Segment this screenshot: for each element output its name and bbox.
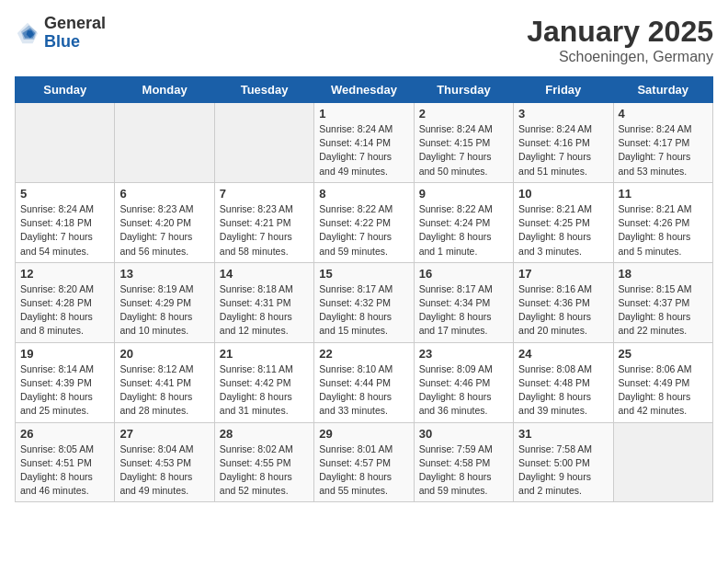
calendar-cell: 1Sunrise: 8:24 AM Sunset: 4:14 PM Daylig… xyxy=(314,103,414,183)
month-title: January 2025 xyxy=(527,15,713,49)
weekday-header: Friday xyxy=(514,77,613,103)
calendar-cell: 23Sunrise: 8:09 AM Sunset: 4:46 PM Dayli… xyxy=(414,342,513,422)
calendar-cell: 24Sunrise: 8:08 AM Sunset: 4:48 PM Dayli… xyxy=(514,342,613,422)
day-number: 3 xyxy=(518,107,608,121)
day-info: Sunrise: 8:09 AM Sunset: 4:46 PM Dayligh… xyxy=(419,362,508,419)
location-title: Schoeningen, Germany xyxy=(527,49,713,65)
day-number: 1 xyxy=(319,107,408,121)
day-number: 14 xyxy=(220,267,309,281)
weekday-header: Thursday xyxy=(414,77,513,103)
calendar-cell xyxy=(115,103,214,183)
weekday-header: Saturday xyxy=(613,77,712,103)
day-info: Sunrise: 8:24 AM Sunset: 4:16 PM Dayligh… xyxy=(518,122,608,178)
calendar-week-row: 19Sunrise: 8:14 AM Sunset: 4:39 PM Dayli… xyxy=(16,342,713,422)
day-info: Sunrise: 8:21 AM Sunset: 4:25 PM Dayligh… xyxy=(518,202,608,259)
day-info: Sunrise: 8:21 AM Sunset: 4:26 PM Dayligh… xyxy=(619,202,708,259)
logo-blue-text: Blue xyxy=(44,33,106,52)
calendar-cell xyxy=(613,422,712,502)
day-number: 29 xyxy=(319,427,408,441)
title-block: January 2025 Schoeningen, Germany xyxy=(527,15,713,65)
day-info: Sunrise: 8:19 AM Sunset: 4:29 PM Dayligh… xyxy=(119,282,209,339)
calendar-cell: 19Sunrise: 8:14 AM Sunset: 4:39 PM Dayli… xyxy=(16,342,115,422)
day-info: Sunrise: 7:58 AM Sunset: 5:00 PM Dayligh… xyxy=(518,442,608,499)
day-info: Sunrise: 8:15 AM Sunset: 4:37 PM Dayligh… xyxy=(619,282,708,339)
logo-text: General Blue xyxy=(44,15,106,52)
day-info: Sunrise: 8:18 AM Sunset: 4:31 PM Dayligh… xyxy=(220,282,309,339)
calendar-cell xyxy=(16,103,115,183)
day-number: 10 xyxy=(518,187,608,201)
day-number: 20 xyxy=(119,347,209,361)
day-number: 13 xyxy=(119,267,209,281)
day-info: Sunrise: 8:01 AM Sunset: 4:57 PM Dayligh… xyxy=(319,442,408,499)
calendar-cell: 4Sunrise: 8:24 AM Sunset: 4:17 PM Daylig… xyxy=(613,103,712,183)
day-info: Sunrise: 8:05 AM Sunset: 4:51 PM Dayligh… xyxy=(20,442,109,499)
day-info: Sunrise: 8:24 AM Sunset: 4:18 PM Dayligh… xyxy=(20,202,109,259)
day-number: 28 xyxy=(220,427,309,441)
day-number: 16 xyxy=(419,267,508,281)
weekday-header: Tuesday xyxy=(214,77,313,103)
calendar-week-row: 5Sunrise: 8:24 AM Sunset: 4:18 PM Daylig… xyxy=(16,182,713,262)
day-info: Sunrise: 8:14 AM Sunset: 4:39 PM Dayligh… xyxy=(20,362,109,419)
weekday-header: Wednesday xyxy=(314,77,414,103)
day-number: 30 xyxy=(419,427,508,441)
day-info: Sunrise: 8:20 AM Sunset: 4:28 PM Dayligh… xyxy=(20,282,109,339)
day-info: Sunrise: 8:17 AM Sunset: 4:32 PM Dayligh… xyxy=(319,282,408,339)
calendar-cell: 10Sunrise: 8:21 AM Sunset: 4:25 PM Dayli… xyxy=(514,182,613,262)
day-number: 6 xyxy=(119,187,209,201)
calendar-cell: 31Sunrise: 7:58 AM Sunset: 5:00 PM Dayli… xyxy=(514,422,613,502)
day-number: 7 xyxy=(220,187,309,201)
day-info: Sunrise: 8:06 AM Sunset: 4:49 PM Dayligh… xyxy=(619,362,708,419)
day-info: Sunrise: 8:24 AM Sunset: 4:15 PM Dayligh… xyxy=(419,122,508,178)
day-info: Sunrise: 8:16 AM Sunset: 4:36 PM Dayligh… xyxy=(518,282,608,339)
calendar-cell: 9Sunrise: 8:22 AM Sunset: 4:24 PM Daylig… xyxy=(414,182,513,262)
calendar-cell: 15Sunrise: 8:17 AM Sunset: 4:32 PM Dayli… xyxy=(314,262,414,342)
day-info: Sunrise: 8:22 AM Sunset: 4:24 PM Dayligh… xyxy=(419,202,508,259)
day-number: 26 xyxy=(20,427,109,441)
day-number: 31 xyxy=(518,427,608,441)
calendar-cell: 29Sunrise: 8:01 AM Sunset: 4:57 PM Dayli… xyxy=(314,422,414,502)
weekday-header: Monday xyxy=(115,77,214,103)
day-number: 24 xyxy=(518,347,608,361)
day-info: Sunrise: 7:59 AM Sunset: 4:58 PM Dayligh… xyxy=(419,442,508,499)
weekday-header: Sunday xyxy=(16,77,115,103)
day-number: 25 xyxy=(619,347,708,361)
day-number: 17 xyxy=(518,267,608,281)
day-number: 15 xyxy=(319,267,408,281)
calendar-cell: 14Sunrise: 8:18 AM Sunset: 4:31 PM Dayli… xyxy=(214,262,313,342)
calendar-week-row: 12Sunrise: 8:20 AM Sunset: 4:28 PM Dayli… xyxy=(16,262,713,342)
day-info: Sunrise: 8:02 AM Sunset: 4:55 PM Dayligh… xyxy=(220,442,309,499)
calendar-cell: 16Sunrise: 8:17 AM Sunset: 4:34 PM Dayli… xyxy=(414,262,513,342)
calendar-cell: 7Sunrise: 8:23 AM Sunset: 4:21 PM Daylig… xyxy=(214,182,313,262)
logo-icon xyxy=(15,20,40,46)
day-number: 22 xyxy=(319,347,408,361)
calendar-cell: 3Sunrise: 8:24 AM Sunset: 4:16 PM Daylig… xyxy=(514,103,613,183)
calendar-cell: 18Sunrise: 8:15 AM Sunset: 4:37 PM Dayli… xyxy=(613,262,712,342)
day-number: 21 xyxy=(220,347,309,361)
calendar-cell xyxy=(214,103,313,183)
day-info: Sunrise: 8:23 AM Sunset: 4:21 PM Dayligh… xyxy=(220,202,309,259)
logo-general-text: General xyxy=(44,15,106,33)
calendar-week-row: 1Sunrise: 8:24 AM Sunset: 4:14 PM Daylig… xyxy=(16,103,713,183)
calendar-cell: 21Sunrise: 8:11 AM Sunset: 4:42 PM Dayli… xyxy=(214,342,313,422)
day-number: 18 xyxy=(619,267,708,281)
calendar-cell: 27Sunrise: 8:04 AM Sunset: 4:53 PM Dayli… xyxy=(115,422,214,502)
calendar-cell: 6Sunrise: 8:23 AM Sunset: 4:20 PM Daylig… xyxy=(115,182,214,262)
calendar-header-row: SundayMondayTuesdayWednesdayThursdayFrid… xyxy=(16,77,713,103)
day-info: Sunrise: 8:23 AM Sunset: 4:20 PM Dayligh… xyxy=(119,202,209,259)
day-info: Sunrise: 8:11 AM Sunset: 4:42 PM Dayligh… xyxy=(220,362,309,419)
day-info: Sunrise: 8:12 AM Sunset: 4:41 PM Dayligh… xyxy=(119,362,209,419)
calendar-cell: 8Sunrise: 8:22 AM Sunset: 4:22 PM Daylig… xyxy=(314,182,414,262)
day-number: 23 xyxy=(419,347,508,361)
day-number: 2 xyxy=(419,107,508,121)
day-number: 5 xyxy=(20,187,109,201)
calendar-cell: 30Sunrise: 7:59 AM Sunset: 4:58 PM Dayli… xyxy=(414,422,513,502)
day-number: 8 xyxy=(319,187,408,201)
calendar-cell: 13Sunrise: 8:19 AM Sunset: 4:29 PM Dayli… xyxy=(115,262,214,342)
calendar-cell: 26Sunrise: 8:05 AM Sunset: 4:51 PM Dayli… xyxy=(16,422,115,502)
day-info: Sunrise: 8:17 AM Sunset: 4:34 PM Dayligh… xyxy=(419,282,508,339)
day-number: 12 xyxy=(20,267,109,281)
calendar-cell: 22Sunrise: 8:10 AM Sunset: 4:44 PM Dayli… xyxy=(314,342,414,422)
calendar-cell: 2Sunrise: 8:24 AM Sunset: 4:15 PM Daylig… xyxy=(414,103,513,183)
calendar-cell: 25Sunrise: 8:06 AM Sunset: 4:49 PM Dayli… xyxy=(613,342,712,422)
day-number: 9 xyxy=(419,187,508,201)
